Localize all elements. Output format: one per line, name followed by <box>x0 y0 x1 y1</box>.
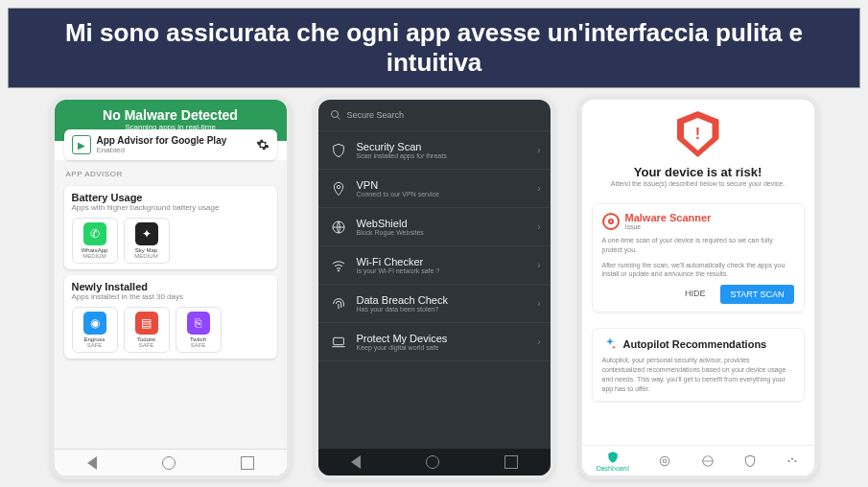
newly-installed-card: Newly Installed Apps installed in the la… <box>64 275 277 359</box>
svg-point-11 <box>795 459 797 461</box>
newly-sub: Apps installed in the last 30 days <box>72 292 270 301</box>
phone-3: ! Your device is at risk! Attend the iss… <box>578 96 818 479</box>
tab-dashboard[interactable]: Dashboard <box>597 451 629 472</box>
app-advisor-card[interactable]: ▶ App Advisor for Google Play Enabled <box>64 129 277 160</box>
svg-point-2 <box>337 185 340 188</box>
malware-text-2: After running the scan, we'll automatica… <box>602 261 794 280</box>
tab-privacy[interactable] <box>743 454 757 468</box>
row-data-breach[interactable]: Data Breach CheckHas your data been stol… <box>318 285 551 323</box>
shield-check-icon <box>606 451 620 464</box>
risk-subtitle: Attend the issue(s) described below to s… <box>598 179 799 188</box>
nav-home-icon[interactable] <box>162 456 176 470</box>
chevron-right-icon: › <box>537 336 540 347</box>
app-chip-todoist[interactable]: ▤ Todoist SAFE <box>124 307 170 353</box>
risk-header: ! Your device is at risk! Attend the iss… <box>582 100 814 196</box>
fingerprint-icon <box>330 295 347 313</box>
tab-more[interactable] <box>786 454 799 468</box>
risk-title: Your device is at risk! <box>598 165 799 179</box>
chevron-right-icon: › <box>537 183 540 194</box>
more-tab-icon <box>786 454 799 468</box>
app-advisor-status: Enabled <box>97 146 227 154</box>
globe-icon <box>330 219 347 236</box>
row-protect-devices[interactable]: Protect My DevicesKeep your digital worl… <box>318 323 551 361</box>
globe-tab-icon <box>701 454 715 468</box>
shield-icon <box>330 142 347 159</box>
newly-title: Newly Installed <box>72 281 270 292</box>
battery-sub: Apps with higher background battery usag… <box>72 203 270 212</box>
shield-tab-icon <box>743 454 757 468</box>
whatsapp-icon: ✆ <box>83 222 106 245</box>
wifi-icon <box>330 257 347 274</box>
search-placeholder: Secure Search <box>347 110 405 120</box>
svg-point-10 <box>791 457 793 459</box>
nav-recent-icon[interactable] <box>504 455 518 469</box>
nav-back-icon[interactable] <box>87 456 97 470</box>
row-webshield[interactable]: WebShieldBlock Rogue Websites › <box>318 208 551 246</box>
chevron-right-icon: › <box>537 298 540 309</box>
sparkle-icon <box>602 336 618 352</box>
laptop-icon <box>330 334 347 351</box>
malware-issue-label: Issue <box>625 223 712 230</box>
row-vpn[interactable]: VPNConnect to our VPN service › <box>318 170 551 208</box>
autopilot-title: Autopilot Recommendations <box>623 338 767 350</box>
autopilot-card: Autopilot Recommendations Autopilot, you… <box>592 328 805 402</box>
svg-point-0 <box>331 111 338 118</box>
svg-point-6 <box>661 456 669 465</box>
bottom-tabs: Dashboard <box>582 445 814 475</box>
headline-text: Mi sono assicurata che ogni app avesse u… <box>65 18 803 77</box>
battery-title: Battery Usage <box>72 192 270 203</box>
row-wifi-checker[interactable]: Wi-Fi CheckerIs your Wi-Fi network safe … <box>318 246 551 285</box>
headline-banner: Mi sono assicurata che ogni app avesse u… <box>8 8 860 88</box>
svg-line-1 <box>337 117 340 120</box>
phone-2: Secure Search Security ScanScan installe… <box>315 96 554 479</box>
nav-home-icon[interactable] <box>426 455 439 469</box>
svg-point-4 <box>338 269 339 270</box>
engross-icon: ◉ <box>83 312 106 335</box>
android-navbar <box>318 449 551 475</box>
app-chip-whatsapp[interactable]: ✆ WhatsApp MEDIUM <box>72 218 118 264</box>
phone-1: No Malware Detected Scanning apps in rea… <box>51 96 291 479</box>
chevron-right-icon: › <box>537 260 540 270</box>
svg-rect-5 <box>333 337 343 344</box>
tab-web[interactable] <box>701 454 715 468</box>
row-security-scan[interactable]: Security ScanScan installed apps for thr… <box>318 131 551 170</box>
autopilot-text: Autopilot, your personal security adviso… <box>602 356 794 393</box>
todoist-icon: ▤ <box>135 312 158 335</box>
alert-shield-icon: ! <box>674 111 722 159</box>
play-store-icon: ▶ <box>72 135 91 154</box>
malware-scanner-card: Malware Scanner Issue A one-time scan of… <box>592 203 805 313</box>
twitch-icon: ⎘ <box>187 312 210 335</box>
hide-button[interactable]: HIDE <box>677 285 714 304</box>
android-navbar <box>55 449 287 475</box>
target-icon <box>602 213 620 230</box>
battery-usage-card: Battery Usage Apps with higher backgroun… <box>64 186 277 269</box>
gear-icon[interactable] <box>256 138 270 151</box>
app-advisor-title: App Advisor for Google Play <box>97 135 227 146</box>
svg-point-7 <box>664 459 668 463</box>
malware-title: Malware Scanner <box>625 212 712 223</box>
secure-search-bar[interactable]: Secure Search <box>318 100 551 131</box>
chevron-right-icon: › <box>537 221 540 232</box>
search-icon <box>330 109 341 121</box>
phones-row: No Malware Detected Scanning apps in rea… <box>0 96 868 479</box>
location-icon <box>330 180 347 197</box>
app-chip-engross[interactable]: ◉ Engross SAFE <box>72 307 118 353</box>
target-tab-icon <box>658 454 671 468</box>
nav-recent-icon[interactable] <box>241 456 254 470</box>
svg-point-9 <box>788 459 790 461</box>
tab-scanner[interactable] <box>658 454 671 468</box>
malware-text-1: A one-time scan of your device is requir… <box>602 236 794 255</box>
section-header-advisor: APP ADVISOR <box>55 164 287 180</box>
scan-status-title: No Malware Detected <box>55 107 287 123</box>
chevron-right-icon: › <box>537 145 540 155</box>
skymap-icon: ✦ <box>135 222 158 245</box>
nav-back-icon[interactable] <box>351 455 361 469</box>
app-chip-skymap[interactable]: ✦ Sky Map MEDIUM <box>124 218 170 264</box>
app-chip-twitch[interactable]: ⎘ Twitch SAFE <box>176 307 222 353</box>
start-scan-button[interactable]: START SCAN <box>720 285 793 304</box>
